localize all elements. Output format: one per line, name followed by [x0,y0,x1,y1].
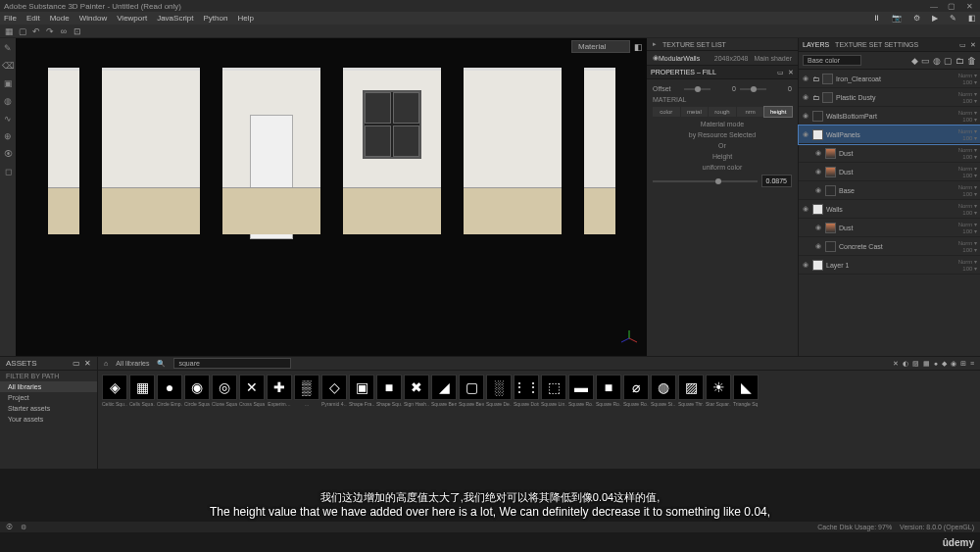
assets-close-icon[interactable]: ✕ [84,359,91,368]
layer-item[interactable]: ◉WallPanelsNorm ▾100 ▾ [799,125,980,144]
visibility-icon[interactable]: ◉ [814,242,822,250]
layer-item[interactable]: ◉🗀Iron_ClearcoatNorm ▾100 ▾ [799,70,980,88]
channel-metal[interactable]: metal [681,107,709,117]
add-effect-icon[interactable]: ◆ [911,56,918,66]
properties-tab[interactable]: PROPERTIES – FILL [651,69,716,75]
visibility-icon[interactable]: ◉ [802,75,809,82]
layer-item[interactable]: ◉WallsNorm ▾100 ▾ [799,200,980,219]
assets-search-input[interactable] [173,358,291,369]
visibility-icon[interactable]: ◉ [814,224,822,231]
viewport-3d[interactable]: Material ◧ [16,38,647,356]
asset-tile[interactable]: ✕Cross Squa… [239,375,265,407]
visibility-icon[interactable]: ◉ [814,149,822,157]
close-button[interactable]: ✕ [962,2,976,11]
asset-tile[interactable]: ◢Square Bend [431,375,457,407]
layer-item[interactable]: ◉DustNorm ▾100 ▾ [799,163,980,181]
menu-window[interactable]: Window [79,14,107,23]
minimize-button[interactable]: — [927,2,941,11]
box-icon[interactable]: ▢ [18,26,27,36]
menu-javascript[interactable]: JavaScript [157,14,193,23]
menu-mode[interactable]: Mode [50,14,70,23]
panel-toggle-icon[interactable]: ◧ [968,14,976,23]
layer-item[interactable]: ◉🗀Plastic DustyNorm ▾100 ▾ [799,88,980,107]
monitor-icon[interactable]: ⊡ [73,26,82,36]
viewport-mode-dropdown[interactable]: Material [571,40,630,53]
add-mask-icon[interactable]: ▭ [921,56,930,66]
menu-file[interactable]: File [4,14,17,23]
layer-item[interactable]: ◉DustNorm ▾100 ▾ [799,144,980,163]
height-value[interactable]: 0.0875 [761,175,792,187]
brush-icon[interactable]: ✎ [950,14,956,23]
undo-icon[interactable]: ↶ [31,26,41,36]
undock-icon[interactable]: ▭ [777,69,784,76]
close-layers-icon[interactable]: ✕ [970,41,976,49]
viewport-split-icon[interactable]: ◧ [634,42,643,52]
cog-icon[interactable]: ⚙ [21,524,26,531]
gear-icon[interactable]: ⚙ [913,14,920,23]
axis-gizmo-icon[interactable] [619,328,639,348]
pause-icon[interactable]: ⏸ [872,14,880,23]
visibility-icon[interactable]: ◉ [802,205,809,213]
filter-texture-icon[interactable]: ▦ [923,360,930,368]
asset-tile[interactable]: ◇Pyramid 4… [321,375,347,407]
camera-icon[interactable]: 📷 [892,14,902,23]
filter-project[interactable]: Project [0,392,97,403]
asset-tile[interactable]: ■Shape Squ… [376,375,402,407]
eraser-tool-icon[interactable]: ⌫ [2,60,14,72]
link-icon[interactable]: ∞ [59,26,69,36]
visibility-icon[interactable]: ◉ [802,112,809,120]
fill-tool-icon[interactable]: ◍ [2,95,14,107]
layer-item[interactable]: ◉BaseNorm ▾100 ▾ [799,181,980,200]
channel-color[interactable]: color [653,107,680,117]
add-folder-icon[interactable]: 🗀 [956,56,964,66]
visibility-icon[interactable]: ◉ [802,93,809,101]
asset-tile[interactable]: ☀Star Squar… [706,375,731,407]
asset-tile[interactable]: ◣Triangle Sq… [733,375,759,407]
add-layer-icon[interactable]: ▢ [944,56,953,66]
visibility-icon[interactable]: ◉ [802,130,809,138]
height-slider[interactable] [653,180,758,182]
asset-tile[interactable]: ✚Experim… [267,375,292,407]
visibility-icon[interactable]: ◉ [802,261,809,269]
filter-your-assets[interactable]: Your assets [0,414,97,425]
asset-tile[interactable]: ⋮⋮Square Dots [514,375,539,407]
delete-layer-icon[interactable]: 🗑 [967,56,976,66]
layer-item[interactable]: ◉WallsBottomPartNorm ▾100 ▾ [799,107,980,125]
undock-layers-icon[interactable]: ▭ [959,41,966,49]
view-list-icon[interactable]: ≡ [970,360,974,368]
asset-tile[interactable]: ◈Celtic Squ… [102,375,127,407]
asset-tile[interactable]: ▒… [294,375,319,407]
menu-python[interactable]: Python [204,14,228,23]
filter-material-icon[interactable]: ● [934,360,938,368]
filter-starter[interactable]: Starter assets [0,403,97,414]
asset-tile[interactable]: ✖Sign Hash… [404,375,429,407]
offset-x-slider[interactable] [684,88,710,90]
asset-tile[interactable]: ◎Clone Squa… [212,375,237,407]
menu-viewport[interactable]: Viewport [117,14,147,23]
layer-item[interactable]: ◉Concrete CastNorm ▾100 ▾ [799,237,980,256]
channel-nrm[interactable]: nrm [737,107,764,117]
clone-tool-icon[interactable]: ⊕ [2,130,14,142]
clear-search-icon[interactable]: ✕ [893,360,899,368]
close-panel-icon[interactable]: ✕ [788,69,794,76]
add-fill-icon[interactable]: ◍ [933,56,941,66]
brush-tool-icon[interactable]: ✎ [2,42,14,54]
menu-help[interactable]: Help [237,14,253,23]
picker-icon[interactable]: ⦿ [6,524,13,530]
layers-tab[interactable]: LAYERS [803,41,829,48]
render-icon[interactable]: ▶ [932,14,938,23]
filter-alpha-icon[interactable]: ▨ [912,360,919,368]
maximize-button[interactable]: ▢ [945,2,958,11]
libs-breadcrumb[interactable]: All libraries [116,360,149,367]
asset-tile[interactable]: ░Square De… [486,375,512,407]
visibility-icon[interactable]: ◉ [814,186,822,194]
view-grid-icon[interactable]: ⊞ [960,360,966,368]
asset-tile[interactable]: ▢Square Bev… [459,375,484,407]
texture-set-settings-tab[interactable]: TEXTURE SET SETTINGS [835,41,918,48]
visibility-icon[interactable]: ◉ [814,168,822,176]
layer-item[interactable]: ◉Layer 1Norm ▾100 ▾ [799,256,980,275]
asset-tile[interactable]: ⬚Square Lin… [541,375,566,407]
redo-icon[interactable]: ↷ [45,26,55,36]
asset-tile[interactable]: ▨Square Thr… [678,375,704,407]
channel-rough[interactable]: rough [709,107,736,117]
